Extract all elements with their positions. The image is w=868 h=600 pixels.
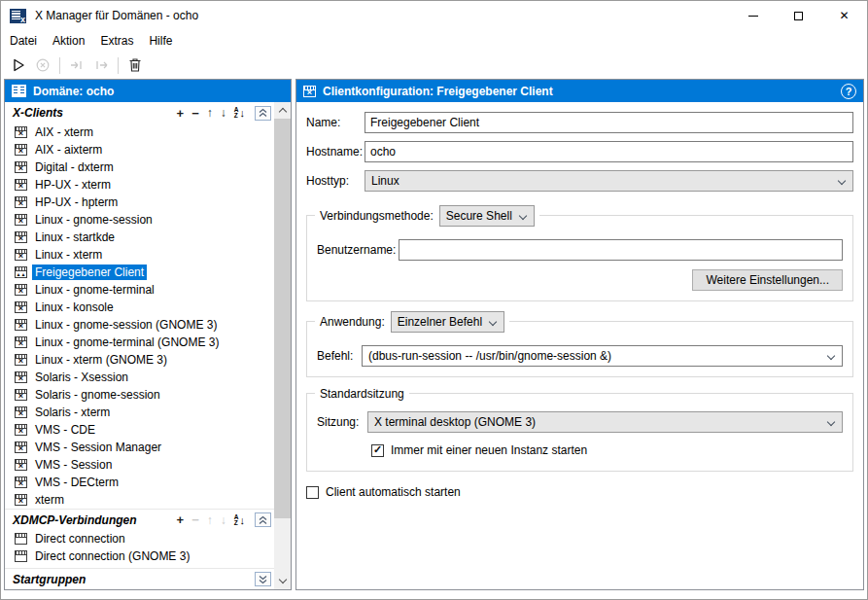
list-item[interactable]: Linux - konsole	[5, 299, 274, 316]
expand-icon	[259, 575, 267, 584]
menu-extras[interactable]: Extras	[92, 31, 141, 51]
menu-datei[interactable]: Datei	[2, 31, 45, 51]
sort-az-icon[interactable]: AZ↓	[234, 107, 245, 119]
command-combobox[interactable]: (dbus-run-session -- /usr/bin/gnome-sess…	[362, 345, 843, 367]
xclient-icon	[15, 354, 27, 366]
stop-button	[32, 54, 53, 76]
expand-button[interactable]	[255, 572, 271, 586]
chevron-down-icon	[519, 212, 527, 220]
minimize-button[interactable]	[730, 1, 776, 30]
collapse-icon	[259, 108, 267, 118]
section-title: XDMCP-Verbindungen	[13, 513, 137, 527]
remove-icon[interactable]: −	[191, 107, 199, 120]
list-item[interactable]: Freigegebener Client	[5, 264, 274, 281]
main-area: Domäne: ocho X-Clients + − ↑ ↓ AZ↓	[4, 79, 864, 590]
menu-hilfe[interactable]: Hilfe	[141, 31, 180, 51]
list-item[interactable]: Direct connection	[5, 530, 274, 547]
application-select[interactable]: Einzelner Befehl	[391, 311, 504, 333]
move-up-icon[interactable]: ↑	[207, 107, 213, 119]
list-item[interactable]: VMS - Session	[5, 456, 274, 474]
more-settings-button[interactable]: Weitere Einstellungen...	[692, 269, 843, 291]
session-label: Sitzung:	[317, 415, 367, 429]
add-icon[interactable]: +	[177, 107, 185, 120]
help-icon[interactable]: ?	[841, 84, 856, 99]
collapse-button[interactable]	[255, 106, 271, 121]
xclient-icon	[15, 336, 27, 348]
client-config-title: Clientkonfiguration: Freigegebener Clien…	[323, 85, 553, 98]
autostart-label: Client automatisch starten	[326, 485, 461, 499]
add-icon[interactable]: +	[177, 513, 185, 526]
shared-icon	[15, 266, 27, 278]
sort-az-icon[interactable]: AZ↓	[234, 514, 245, 526]
list-item[interactable]: xterm	[5, 491, 274, 509]
delete-button[interactable]	[124, 54, 146, 76]
xclient-icon	[15, 126, 27, 138]
list-item[interactable]: AIX - aixterm	[5, 141, 274, 159]
collapse-button[interactable]	[255, 512, 271, 527]
list-item[interactable]: VMS - Session Manager	[5, 439, 274, 456]
session-group: Standardsitzung Sitzung: X terminal desk…	[306, 393, 853, 472]
xclient-icon	[15, 179, 27, 191]
list-item[interactable]: HP-UX - hpterm	[5, 194, 274, 211]
list-item[interactable]: Linux - gnome-terminal (GNOME 3)	[5, 334, 274, 351]
new-instance-label: Immer mit einer neuen Instanz starten	[391, 443, 587, 457]
move-down-icon[interactable]: ↓	[221, 107, 226, 119]
close-button[interactable]: ✕	[821, 1, 867, 30]
delete-icon	[127, 57, 143, 73]
list-item[interactable]: Solaris - Xsession	[5, 369, 274, 386]
list-item[interactable]: Linux - xterm (GNOME 3)	[5, 351, 274, 369]
hosttyp-select[interactable]: Linux	[365, 170, 853, 192]
run-icon	[11, 57, 26, 73]
list-item[interactable]: Linux - gnome-session (GNOME 3)	[5, 316, 274, 334]
chevron-down-icon	[827, 352, 835, 360]
connection-group-legend: Verbindungsmethode: Secure Shell	[315, 204, 539, 228]
scrollbar-thumb[interactable]	[274, 119, 291, 518]
scrollbar-track[interactable]	[274, 119, 291, 573]
new-instance-checkbox[interactable]	[371, 444, 384, 457]
xclient-icon	[15, 196, 27, 208]
list-item[interactable]: Linux - gnome-terminal	[5, 281, 274, 299]
list-item[interactable]: AIX - xterm	[5, 124, 274, 141]
autostart-row: Client automatisch starten	[306, 485, 853, 499]
list-item[interactable]: Digital - dxterm	[5, 159, 274, 176]
list-item[interactable]: VMS - CDE	[5, 421, 274, 439]
scroll-down-icon[interactable]	[274, 573, 291, 589]
list-item[interactable]: HP-UX - xterm	[5, 176, 274, 194]
run-button[interactable]	[8, 54, 29, 76]
menu-aktion[interactable]: Aktion	[45, 31, 92, 51]
xclient-icon	[15, 441, 27, 453]
xclient-icon	[15, 319, 27, 331]
section-tools	[253, 572, 271, 586]
session-select[interactable]: X terminal desktop (GNOME 3)	[367, 411, 843, 433]
hostname-label: Hostname:	[306, 145, 365, 159]
scroll-up-icon[interactable]	[274, 102, 291, 119]
list-item[interactable]: Solaris - gnome-session	[5, 386, 274, 404]
section-x-clients: X-Clients + − ↑ ↓ AZ↓	[5, 102, 274, 124]
username-input[interactable]	[399, 239, 843, 261]
list-item[interactable]: Solaris - xterm	[5, 404, 274, 421]
chevron-down-icon	[489, 318, 497, 326]
hostname-input[interactable]	[365, 141, 853, 162]
name-input[interactable]	[365, 112, 853, 133]
remove-icon: −	[191, 513, 199, 526]
list-item[interactable]: Linux - xterm	[5, 246, 274, 264]
list-item[interactable]: VMS - DECterm	[5, 474, 274, 491]
window-title: X Manager für Domänen - ocho	[35, 9, 198, 22]
client-config-header: Clientkonfiguration: Freigegebener Clien…	[296, 80, 863, 102]
connection-method-select[interactable]: Secure Shell	[439, 205, 535, 227]
chevron-down-icon	[838, 177, 846, 185]
section-title: Startgruppen	[13, 573, 86, 586]
move-up-icon: ↑	[207, 514, 213, 526]
autostart-checkbox[interactable]	[306, 486, 319, 499]
maximize-button[interactable]	[776, 1, 821, 30]
minimize-icon	[748, 16, 758, 17]
xdmcp-list: Direct connection Direct connection (GNO…	[5, 530, 274, 565]
left-scrollbar[interactable]	[274, 102, 291, 589]
list-item[interactable]: Linux - gnome-session	[5, 211, 274, 229]
section-tools: + − ↑ ↓ AZ↓	[177, 512, 271, 527]
xclient-icon	[15, 214, 27, 226]
list-item[interactable]: Linux - startkde	[5, 229, 274, 246]
list-item[interactable]: Direct connection (GNOME 3)	[5, 547, 274, 565]
xclient-icon	[303, 86, 316, 97]
move-down-icon: ↓	[221, 514, 226, 526]
